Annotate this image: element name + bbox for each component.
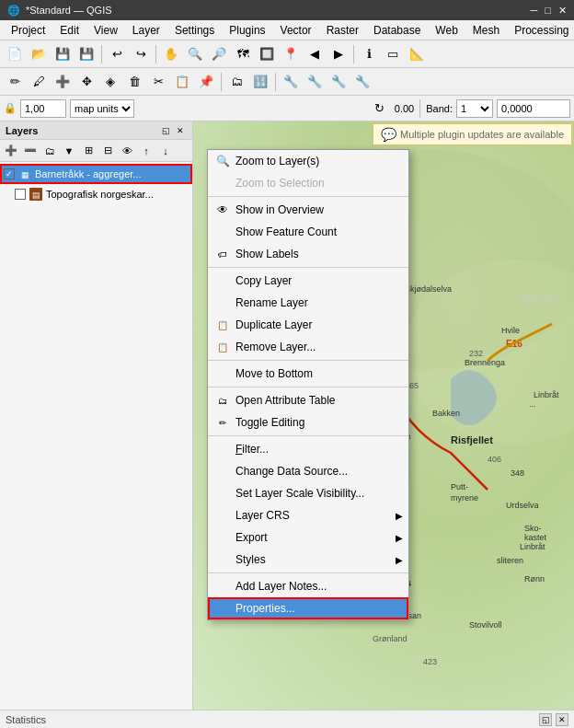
menu-view[interactable]: View (86, 22, 125, 39)
tb-plugin-1[interactable]: 🔧 (280, 71, 302, 93)
tb-zoom-next[interactable]: ▶ (327, 43, 350, 65)
show-overview-icon: 👁 (215, 202, 230, 217)
tb-add-feature[interactable]: ➕ (52, 71, 74, 93)
ctx-properties-label: Properties... (235, 602, 295, 615)
ctx-set-layer-scale[interactable]: Set Layer Scale Visibility... (208, 482, 408, 504)
layer-label-topografisk: Topografisk norgeskar... (46, 189, 154, 200)
layers-move-up[interactable]: ↑ (137, 142, 155, 160)
scale-input[interactable] (20, 99, 66, 118)
ctx-toggle-editing[interactable]: ✏ Toggle Editing (208, 411, 408, 433)
ctx-show-labels[interactable]: 🏷 Show Labels (208, 243, 408, 265)
tb-save[interactable]: 💾 (52, 43, 74, 65)
tb-edit-toggle[interactable]: ✏ (4, 71, 26, 93)
rotate-btn[interactable]: ↻ (369, 98, 391, 120)
tb-move-feature[interactable]: ✥ (75, 71, 98, 93)
scale-label: 🔒 (4, 102, 17, 114)
layers-visibility[interactable]: 👁 (118, 142, 136, 160)
ctx-open-attribute-table[interactable]: 🗂 Open Attribute Table (208, 389, 408, 411)
layers-remove[interactable]: ➖ (21, 142, 40, 160)
layers-panel-float[interactable]: ◱ (159, 124, 172, 137)
tb-plugin-4[interactable]: 🔧 (351, 71, 373, 93)
menu-plugins[interactable]: Plugins (222, 22, 272, 39)
ctx-copy-layer[interactable]: Copy Layer (208, 270, 408, 292)
tb-field-calc[interactable]: 🔢 (249, 71, 271, 93)
tb-attr-table[interactable]: 🗂 (225, 71, 247, 93)
menu-edit[interactable]: Edit (52, 22, 86, 39)
ctx-zoom-to-layer[interactable]: 🔍 Zoom to Layer(s) (208, 150, 408, 172)
ctx-rename-layer[interactable]: Rename Layer (208, 292, 408, 314)
ctx-add-layer-notes[interactable]: Add Layer Notes... (208, 575, 408, 597)
menu-database[interactable]: Database (366, 22, 428, 39)
svg-text:Riskleivkol: Riskleivkol (520, 294, 559, 303)
ctx-styles[interactable]: Styles ▶ (208, 549, 408, 571)
maximize-button[interactable]: □ (545, 5, 551, 17)
menu-layer[interactable]: Layer (125, 22, 167, 39)
map-area[interactable]: 💬 Multiple plugin updates are available … (193, 121, 574, 710)
ctx-change-data-source[interactable]: Change Data Source... (208, 460, 408, 482)
tb-select-rect[interactable]: ▭ (382, 43, 404, 65)
tb-node-tool[interactable]: ◈ (99, 71, 121, 93)
statusbar-close[interactable]: ✕ (556, 713, 568, 726)
menu-web[interactable]: Web (428, 22, 465, 39)
tb-undo[interactable]: ↩ (106, 43, 128, 65)
tb-plugin-3[interactable]: 🔧 (327, 71, 350, 93)
layers-move-down[interactable]: ↓ (156, 142, 175, 160)
layers-collapse[interactable]: ⊟ (98, 142, 117, 160)
tb-open[interactable]: 📂 (28, 43, 50, 65)
layers-expand[interactable]: ⊞ (79, 142, 98, 160)
layer-checkbox-topografisk[interactable] (15, 189, 26, 200)
minimize-button[interactable]: ─ (531, 5, 538, 17)
tb-copy-feature[interactable]: 📋 (171, 71, 193, 93)
tb-zoom-out[interactable]: 🔎 (208, 43, 230, 65)
menu-mesh[interactable]: Mesh (465, 22, 507, 39)
svg-text:Putt-: Putt- (451, 482, 468, 491)
ctx-show-overview[interactable]: 👁 Show in Overview (208, 199, 408, 221)
tb-pan[interactable]: ✋ (160, 43, 182, 65)
ctx-show-feature-count[interactable]: Show Feature Count (208, 221, 408, 243)
ctx-duplicate-layer[interactable]: 📋 Duplicate Layer (208, 314, 408, 336)
menu-raster[interactable]: Raster (319, 22, 366, 39)
tb-zoom-selected[interactable]: 📍 (280, 43, 302, 65)
ctx-layer-crs[interactable]: Layer CRS ▶ (208, 504, 408, 526)
layer-icon-barnetrakk: ▦ (18, 168, 31, 180)
close-button[interactable]: ✕ (558, 5, 567, 17)
ctx-export[interactable]: Export ▶ (208, 526, 408, 549)
tb-zoom-in[interactable]: 🔍 (184, 43, 206, 65)
layers-filter[interactable]: ▼ (60, 142, 78, 160)
menu-settings[interactable]: Settings (167, 22, 222, 39)
plugin-update-banner[interactable]: 💬 Multiple plugin updates are available (373, 123, 572, 145)
band-select[interactable]: 1 (456, 99, 493, 118)
tb-delete-selected[interactable]: 🗑 (123, 71, 145, 93)
tb-new[interactable]: 📄 (4, 43, 26, 65)
tb-zoom-prev[interactable]: ◀ (304, 43, 326, 65)
menu-project[interactable]: Project (4, 22, 52, 39)
coord-input[interactable] (497, 99, 570, 118)
layers-panel-close[interactable]: ✕ (174, 124, 187, 137)
tb-paste-feature[interactable]: 📌 (195, 71, 217, 93)
layer-item-topografisk[interactable]: ▤ Topografisk norgeskar... (0, 184, 192, 204)
tb-save-as[interactable]: 💾 (75, 43, 98, 65)
menu-processing[interactable]: Processing (507, 22, 574, 39)
tb-zoom-full[interactable]: 🗺 (232, 43, 254, 65)
ctx-move-to-bottom[interactable]: Move to Bottom (208, 363, 408, 385)
statusbar-float[interactable]: ◱ (539, 713, 552, 726)
tb-plugin-2[interactable]: 🔧 (304, 71, 326, 93)
tb-cut-feature[interactable]: ✂ (147, 71, 169, 93)
statusbar-text: Statistics (6, 714, 46, 725)
filter-icon (215, 442, 230, 456)
ctx-remove-layer[interactable]: 📋 Remove Layer... (208, 336, 408, 358)
layers-add[interactable]: ➕ (2, 142, 20, 160)
tb-measure[interactable]: 📐 (406, 43, 428, 65)
ctx-properties[interactable]: Properties... (208, 597, 408, 619)
menu-vector[interactable]: Vector (273, 22, 319, 39)
tb-digitize[interactable]: 🖊 (28, 71, 50, 93)
layer-item-barnetrakk[interactable]: ✓ ▦ Barnetråkk - aggreger... (0, 164, 192, 184)
scale-unit-select[interactable]: map units (70, 99, 134, 118)
ctx-filter[interactable]: Filter... (208, 438, 408, 460)
add-layer-notes-icon (215, 579, 230, 594)
tb-zoom-layer[interactable]: 🔲 (256, 43, 278, 65)
tb-identify[interactable]: ℹ (358, 43, 380, 65)
layer-checkbox-barnetrakk[interactable]: ✓ (4, 168, 15, 179)
layers-open-attr[interactable]: 🗂 (40, 142, 59, 160)
tb-redo[interactable]: ↪ (130, 43, 152, 65)
